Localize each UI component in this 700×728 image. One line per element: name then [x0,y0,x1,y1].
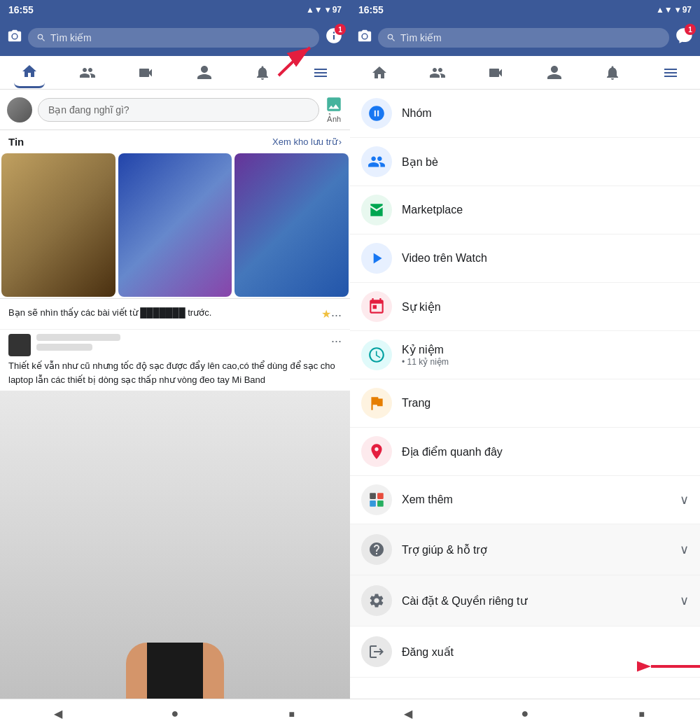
stories-title: Tin [8,136,24,148]
left-search-placeholder: Tìm kiếm [50,32,92,43]
right-search-bar: Tìm kiếm 1 [350,20,700,56]
nav-watch[interactable] [130,57,161,88]
photo-label: Ảnh [327,115,341,124]
pages-label: Trang [402,397,430,410]
nav-home[interactable] [14,57,45,88]
right-search-placeholder: Tìm kiếm [400,32,442,43]
wifi-icon: ▾ [326,5,330,15]
events-icon-wrap [361,291,392,322]
post-input[interactable]: Bạn đang nghĩ gì? [38,98,319,122]
star-icon: ★ [321,306,331,323]
logout-arrow [637,652,700,680]
left-camera-icon[interactable] [7,29,22,48]
svg-point-0 [13,34,17,38]
battery-icon: 97 [332,5,342,15]
right-status-bar: 16:55 ▲▼ ▾ 97 [350,0,700,20]
help-label: Trợ giúp & hỗ trợ [402,543,670,556]
nearby-icon-wrap [361,436,392,467]
left-time: 16:55 [8,4,34,15]
watch-label: Video trên Watch [402,252,487,265]
menu-section-settings[interactable]: Cài đặt & Quyền riêng tư ∨ [350,575,700,626]
nav-friends[interactable] [72,57,103,88]
right-home-btn[interactable]: ● [514,703,536,725]
three-dots-2[interactable]: ··· [331,334,342,349]
menu-item-events[interactable]: Sự kiện [350,283,700,331]
left-panel: 16:55 ▲▼ ▾ 97 Tìm kiếm 1 [0,0,350,728]
events-label-wrap: Sự kiện [402,300,441,314]
post-2: ··· Thiết kế vẫn như cũ nhưng tốc độ sạc… [0,330,350,391]
menu-item-more[interactable]: Xem thêm ∨ [350,476,700,524]
settings-label: Cài đặt & Quyền riêng tư [402,594,670,608]
more-label: Xem thêm [402,493,670,506]
menu-item-watch[interactable]: Video trên Watch [350,234,700,283]
left-recent-btn[interactable]: ■ [281,703,303,725]
post-2-author-row: ··· [8,334,342,356]
right-nav-watch[interactable] [480,57,511,88]
story-2[interactable] [118,153,232,297]
help-chevron: ∨ [680,542,689,557]
left-messenger-button[interactable]: 1 [325,27,343,49]
menu-item-groups[interactable]: Nhóm [350,90,700,138]
story-3[interactable] [234,153,349,297]
right-panel: 16:55 ▲▼ ▾ 97 Tìm kiếm 1 [350,0,700,728]
settings-chevron: ∨ [680,593,689,608]
left-home-btn[interactable]: ● [164,703,186,725]
settings-icon-wrap [361,585,392,616]
menu-item-memories[interactable]: Kỷ niệm • 11 kỷ niệm [350,331,700,379]
post-1: ··· ★ Bạn sẽ nhìn thấy các bài viết từ █… [0,299,350,330]
stories-view-link[interactable]: Xem kho lưu trữ › [272,136,342,147]
marketplace-label: Marketplace [402,204,463,216]
right-time: 16:55 [358,4,384,15]
right-wifi-icon: ▾ [676,5,680,15]
right-nav-bar [350,56,700,90]
stories-header: Tin Xem kho lưu trữ › [0,130,350,152]
phone-image-area [0,391,350,699]
right-camera-icon[interactable] [357,29,372,48]
svg-rect-3 [370,493,376,499]
right-android-nav: ◀ ● ■ [350,699,700,728]
more-icon-wrap [361,484,392,515]
friends-icon-wrap [361,146,392,177]
logout-icon-wrap [361,636,392,667]
left-messenger-badge: 1 [335,24,346,35]
menu-item-marketplace[interactable]: Marketplace [350,186,700,234]
right-battery-icon: 97 [682,5,692,15]
right-nav-friends[interactable] [422,57,453,88]
groups-icon-wrap [361,98,392,129]
svg-rect-6 [377,500,384,507]
story-1[interactable] [1,153,115,297]
svg-point-2 [363,34,367,38]
menu-arrow-annotation [265,41,321,83]
menu-section-help[interactable]: Trợ giúp & hỗ trợ ∨ [350,524,700,575]
pages-icon-wrap [361,388,392,419]
left-back-btn[interactable]: ◀ [47,703,69,725]
nearby-label-wrap: Địa điểm quanh đây [402,445,503,458]
marketplace-label-wrap: Marketplace [402,204,463,216]
events-label: Sự kiện [402,300,441,314]
three-dots-1[interactable]: ··· [331,306,342,325]
right-messenger-button[interactable]: 1 [675,27,693,49]
photo-button[interactable]: Ảnh [325,95,343,124]
right-back-btn[interactable]: ◀ [397,703,419,725]
right-nav-profile[interactable] [539,57,570,88]
memories-sub: • 11 kỷ niệm [402,357,449,367]
menu-item-friends[interactable]: Bạn bè [350,138,700,186]
menu-section-logout[interactable]: Đăng xuất [350,626,700,678]
right-nav-home[interactable] [364,57,395,88]
post-box: Bạn đang nghĩ gì? Ảnh [0,90,350,130]
right-nav-menu-active[interactable] [655,57,686,88]
menu-list: Nhóm Bạn bè Marketplace [350,90,700,699]
post-2-avatar [8,334,31,356]
friends-label-wrap: Bạn bè [402,155,438,169]
friends-label: Bạn bè [402,155,438,169]
right-nav-notifications[interactable] [597,57,628,88]
groups-label-wrap: Nhóm [402,107,432,120]
right-search-input[interactable]: Tìm kiếm [378,28,669,48]
more-chevron: ∨ [680,492,689,507]
right-recent-btn[interactable]: ■ [631,703,653,725]
menu-item-pages[interactable]: Trang [350,379,700,428]
memories-label: Kỷ niệm [402,343,449,356]
nav-profile[interactable] [189,57,220,88]
user-avatar [7,97,32,122]
menu-item-nearby[interactable]: Địa điểm quanh đây [350,428,700,476]
